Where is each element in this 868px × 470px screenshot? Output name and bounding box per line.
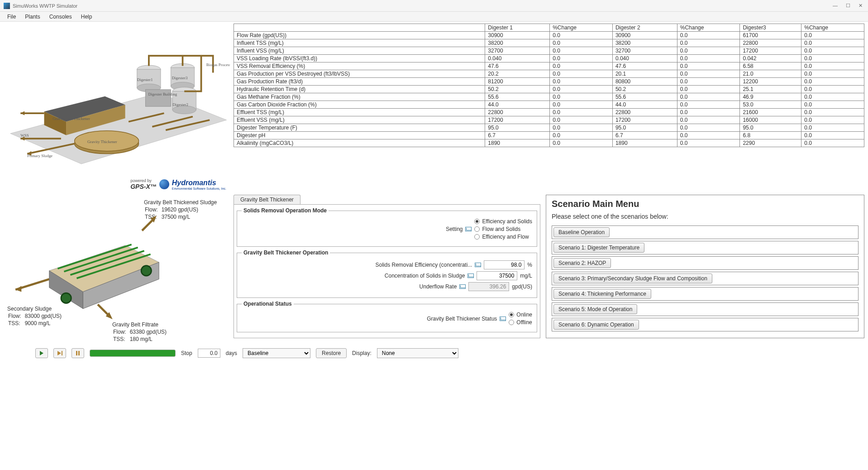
tab-gbt[interactable]: Gravity Belt Thickener (234, 195, 300, 204)
scenario-row: Scenario 4: Thickening Performance (552, 287, 858, 301)
table-row: Gas Production Rate (ft3/d)812000.080800… (234, 78, 864, 86)
scenario-button-2[interactable]: Scenario 2: HAZOP (553, 258, 611, 268)
scenario-prompt: Please select one of the scenarios below… (552, 213, 858, 220)
stop-label: Stop (181, 350, 192, 356)
svg-text:Digester2: Digester2 (172, 102, 188, 107)
scenario-row: Scenario 1: Digester Temperature (552, 241, 858, 254)
close-icon[interactable]: ✕ (858, 3, 863, 9)
menu-plants[interactable]: Plants (21, 13, 43, 21)
radio-flow-solids[interactable]: Flow and Solids (474, 226, 532, 232)
table-header (234, 24, 485, 32)
svg-text:Gravity Thickener: Gravity Thickener (87, 139, 117, 144)
scenario-row: Baseline Operation (552, 225, 858, 239)
progress-bar[interactable] (90, 350, 176, 357)
svg-text:Digester1: Digester1 (137, 77, 153, 82)
table-row: Influent TSS (mg/L)382000.0382000.022800… (234, 39, 864, 47)
svg-text:Digester3: Digester3 (172, 76, 188, 80)
step-button[interactable] (53, 348, 66, 358)
scenario-title: Scenario Main Menu (552, 199, 858, 209)
chart-icon[interactable] (500, 317, 506, 321)
solids-removal-efficiency-input[interactable] (484, 260, 525, 269)
app-icon (4, 3, 10, 9)
table-header: %Change (801, 24, 864, 32)
svg-text:Digester Building: Digester Building (148, 92, 177, 96)
minimize-icon[interactable]: — (833, 3, 838, 9)
table-header: %Change (677, 24, 740, 32)
fieldset-gbt-operation: Gravity Belt Thickener Operation Solids … (237, 249, 537, 298)
scenario-button-4[interactable]: Scenario 4: Thickening Performance (553, 289, 651, 299)
svg-point-21 (172, 106, 196, 114)
app-title: SimuWorks WWTP Simulator (13, 3, 833, 9)
svg-text:WSS: WSS (20, 133, 29, 138)
scenario-select[interactable]: Baseline (243, 348, 310, 358)
gbt-settings-panel: Gravity Belt Thickener Solids Removal Op… (234, 195, 540, 338)
radio-efficiency-solids[interactable]: Efficiency and Solids (474, 218, 532, 225)
svg-text:Gravity Belt Thickener: Gravity Belt Thickener (52, 116, 90, 121)
globe-icon (159, 179, 169, 189)
chart-icon[interactable] (467, 273, 474, 278)
scenario-button-5[interactable]: Scenario 5: Mode of Operation (553, 304, 637, 314)
chart-icon[interactable] (459, 284, 466, 289)
table-row: VSS Removal Efficiency (%)47.60.047.60.0… (234, 62, 864, 70)
scenario-button-6[interactable]: Scenario 6: Dynamic Operation (553, 320, 639, 330)
titlebar: SimuWorks WWTP Simulator — ☐ ✕ (0, 0, 868, 12)
simulation-controls: Stop 0.0 days Baseline Restore Display: … (4, 342, 864, 364)
menu-help[interactable]: Help (77, 13, 96, 21)
radio-offline[interactable]: Offline (509, 319, 532, 326)
gbt-detail-diagram[interactable]: Gravity Belt Thickened Sludge Flow:19620… (4, 195, 230, 338)
table-row: Alkalinity (mgCaCO3/L)18900.018900.02290… (234, 139, 864, 147)
concentration-solids-input[interactable] (477, 271, 517, 280)
radio-online[interactable]: Online (509, 312, 532, 318)
restore-button[interactable]: Restore (316, 348, 347, 358)
table-row: Gas Production per VSS Destroyed (ft3/lb… (234, 70, 864, 78)
table-row: VSS Loading Rate (lbVSS/(ft3.d))0.0400.0… (234, 55, 864, 62)
pause-button[interactable] (72, 348, 84, 358)
scenario-menu-panel: Scenario Main Menu Please select one of … (546, 195, 864, 338)
underflow-rate-input (468, 282, 509, 291)
menu-consoles[interactable]: Consoles (46, 13, 76, 21)
table-row: Digester Temperature (F)95.00.095.00.095… (234, 124, 864, 132)
scenario-button-3[interactable]: Scenario 3: Primary/Secondary Sludge Flo… (553, 273, 712, 283)
table-row: Effluent TSS (mg/L)228000.0228000.021600… (234, 109, 864, 116)
svg-marker-1 (20, 111, 24, 115)
scenario-row: Scenario 5: Mode of Operation (552, 302, 858, 316)
table-row: Digester pH6.70.06.70.06.80.0 (234, 132, 864, 139)
digester-data-table: Digester 1%ChangeDigester 2%ChangeDigest… (234, 24, 864, 191)
logo-block: powered by GPS-X™ Hydromantis Environmen… (130, 178, 226, 190)
menubar: File Plants Consoles Help (0, 12, 868, 22)
sim-time[interactable]: 0.0 (198, 349, 220, 358)
scenario-row: Scenario 2: HAZOP (552, 256, 858, 270)
scenario-row: Scenario 6: Dynamic Operation (552, 318, 858, 331)
table-row: Flow Rate (gpd(US))309000.0309000.061700… (234, 32, 864, 39)
table-header: %Change (550, 24, 613, 32)
table-header: Digester3 (740, 24, 801, 32)
scenario-button-1[interactable]: Scenario 1: Digester Temperature (553, 243, 644, 253)
svg-text:Biogas Processing: Biogas Processing (206, 62, 230, 67)
svg-point-38 (61, 293, 71, 303)
display-select[interactable]: None (377, 348, 458, 358)
svg-text:Primary Sludge: Primary Sludge (27, 153, 52, 158)
table-row: Hydraulic Retention Time (d)50.20.050.20… (234, 86, 864, 93)
table-row: Gas Carbon Dioxide Fraction (%)44.00.044… (234, 101, 864, 109)
fieldset-operation-mode: Solids Removal Operation Mode Setting Ef… (237, 207, 537, 247)
menu-file[interactable]: File (4, 13, 19, 21)
table-header: Digester 2 (612, 24, 677, 32)
fieldset-operational-status: Operational Status Gravity Belt Thickene… (237, 301, 537, 332)
table-row: Effluent VSS (mg/L)172000.0172000.016000… (234, 116, 864, 124)
chart-icon[interactable] (475, 263, 481, 267)
scenario-row: Scenario 3: Primary/Secondary Sludge Flo… (552, 272, 858, 285)
maximize-icon[interactable]: ☐ (846, 3, 850, 9)
table-header: Digester 1 (485, 24, 550, 32)
radio-efficiency-flow[interactable]: Efficiency and Flow (474, 234, 532, 240)
chart-icon[interactable] (465, 227, 472, 231)
play-button[interactable] (35, 348, 48, 358)
svg-point-39 (141, 266, 151, 276)
scenario-button-0[interactable]: Baseline Operation (553, 227, 610, 237)
table-row: Gas Methane Fraction (%)55.60.055.60.046… (234, 93, 864, 101)
table-row: Influent VSS (mg/L)327000.0327000.017200… (234, 47, 864, 55)
plant-diagram[interactable]: Gravity Belt Thickener Gravity Thickener… (4, 24, 230, 191)
